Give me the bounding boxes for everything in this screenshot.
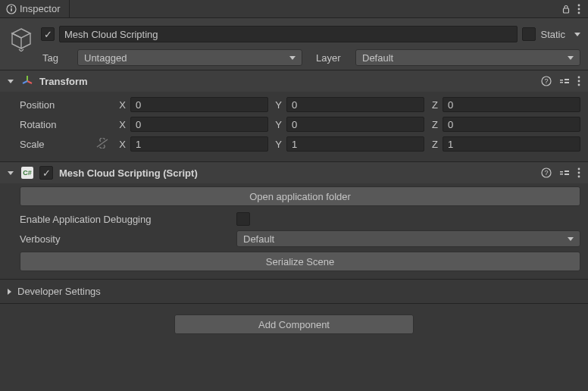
layer-value: Default [362, 52, 393, 64]
component-enabled-checkbox[interactable] [39, 166, 53, 180]
tag-value: Untagged [84, 52, 127, 64]
svg-line-19 [97, 139, 108, 147]
svg-rect-13 [560, 82, 563, 83]
add-component-button[interactable]: Add Component [174, 314, 414, 334]
axis-z-label: Z [427, 99, 439, 111]
svg-point-28 [578, 176, 580, 178]
mesh-cloud-scripting-component: C# Mesh Cloud Scripting (Script) ? Open … [0, 162, 588, 280]
svg-rect-3 [564, 8, 569, 13]
presets-icon[interactable] [559, 76, 570, 86]
chevron-down-icon [289, 56, 296, 60]
developer-settings-section[interactable]: Developer Settings [0, 280, 588, 304]
csharp-script-icon: C# [21, 167, 33, 179]
transform-title: Transform [39, 76, 535, 87]
axis-x-label: X [115, 139, 127, 150]
svg-rect-2 [11, 8, 12, 11]
svg-rect-24 [565, 170, 569, 172]
svg-rect-23 [560, 174, 563, 175]
help-icon[interactable]: ? [541, 167, 552, 178]
svg-point-6 [578, 11, 580, 14]
scale-label-text: Scale [20, 139, 45, 150]
svg-point-26 [578, 168, 580, 170]
svg-line-9 [23, 81, 27, 83]
svg-point-16 [578, 77, 580, 79]
enable-debug-checkbox[interactable] [236, 212, 250, 226]
rotation-y-input[interactable] [286, 117, 424, 132]
position-x-input[interactable] [130, 97, 268, 112]
svg-point-27 [578, 172, 580, 174]
script-title: Mesh Cloud Scripting (Script) [59, 167, 535, 179]
svg-point-4 [578, 4, 580, 6]
verbosity-label: Verbosity [20, 233, 232, 245]
rotation-z-input[interactable] [443, 117, 580, 132]
svg-rect-15 [565, 82, 569, 83]
axis-z-label: Z [427, 119, 439, 130]
layer-dropdown[interactable]: Default [355, 49, 580, 66]
svg-point-5 [578, 8, 580, 10]
position-z-input[interactable] [443, 97, 580, 112]
kebab-icon[interactable] [577, 76, 580, 86]
kebab-icon[interactable] [577, 167, 580, 178]
tab-title: Inspector [20, 3, 60, 14]
info-icon [6, 4, 17, 14]
gameobject-icon[interactable] [8, 25, 35, 52]
static-dropdown-arrow[interactable] [574, 33, 580, 36]
scale-y-input[interactable] [286, 136, 424, 152]
layer-label: Layer [316, 52, 351, 64]
tag-label: Tag [42, 52, 73, 64]
open-application-folder-button[interactable]: Open application folder [20, 186, 580, 206]
script-header[interactable]: C# Mesh Cloud Scripting (Script) ? [0, 162, 588, 183]
transform-icon [21, 75, 33, 87]
chevron-down-icon [568, 56, 574, 60]
tag-dropdown[interactable]: Untagged [77, 49, 302, 66]
verbosity-dropdown[interactable]: Default [236, 230, 580, 247]
rotation-x-input[interactable] [130, 117, 268, 132]
static-label: Static [540, 29, 565, 40]
svg-point-18 [578, 84, 580, 86]
svg-rect-22 [560, 171, 563, 173]
presets-icon[interactable] [559, 167, 570, 178]
help-icon[interactable]: ? [541, 76, 552, 86]
add-component-area: Add Component [0, 304, 588, 345]
transform-header[interactable]: Transform ? [0, 70, 588, 92]
svg-rect-12 [560, 80, 563, 81]
svg-rect-25 [565, 174, 569, 175]
foldout-icon[interactable] [8, 171, 14, 175]
svg-point-17 [578, 80, 580, 83]
foldout-icon[interactable] [8, 289, 11, 295]
foldout-icon[interactable] [8, 80, 14, 83]
gameobject-name-input[interactable] [59, 26, 518, 42]
transform-component: Transform ? Position X Y Z Rotation X Y [0, 70, 588, 162]
axis-y-label: Y [271, 139, 283, 150]
enable-debug-label: Enable Application Debugging [20, 214, 232, 225]
developer-settings-title: Developer Settings [17, 286, 101, 297]
verbosity-value: Default [243, 233, 274, 245]
kebab-icon[interactable] [577, 4, 580, 14]
inspector-tab[interactable]: Inspector [0, 0, 70, 17]
axis-z-label: Z [427, 139, 439, 150]
active-checkbox[interactable] [41, 27, 55, 41]
lock-icon[interactable] [561, 4, 571, 14]
axis-x-label: X [115, 119, 127, 130]
position-label: Position [20, 99, 112, 111]
chevron-down-icon [568, 237, 574, 241]
tab-bar: Inspector [0, 0, 588, 18]
position-y-input[interactable] [286, 97, 424, 112]
svg-rect-14 [565, 79, 569, 80]
scale-label: Scale [20, 138, 112, 151]
static-checkbox[interactable] [522, 27, 536, 41]
rotation-label: Rotation [20, 119, 112, 130]
svg-line-8 [27, 81, 32, 83]
axis-y-label: Y [271, 99, 283, 111]
axis-y-label: Y [271, 119, 283, 130]
axis-x-label: X [115, 99, 127, 111]
scale-z-input[interactable] [443, 136, 580, 152]
svg-text:?: ? [544, 77, 548, 85]
constrain-proportions-icon[interactable] [95, 138, 109, 151]
svg-text:?: ? [544, 169, 548, 177]
gameobject-header: Static Tag Untagged Layer Default [0, 18, 588, 70]
svg-point-1 [11, 6, 12, 8]
serialize-scene-button[interactable]: Serialize Scene [20, 252, 580, 271]
scale-x-input[interactable] [130, 136, 268, 152]
